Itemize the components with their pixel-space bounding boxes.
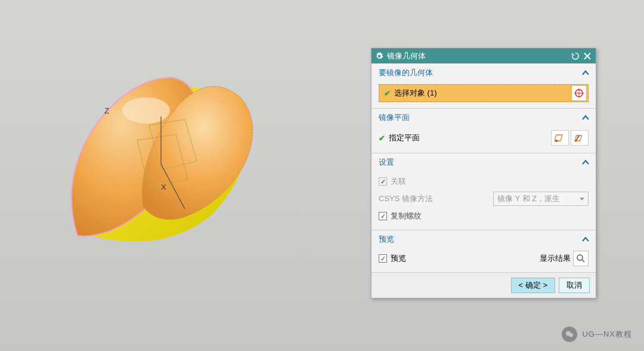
- axis-x-label: X: [161, 183, 166, 192]
- specify-plane-row: ✔ 指定平面: [379, 129, 589, 147]
- select-object-label: 选择对象 (1): [394, 88, 437, 98]
- preview-checkbox[interactable]: [379, 254, 387, 263]
- caret-down-icon: [580, 198, 584, 201]
- svg-point-11: [555, 140, 558, 142]
- svg-line-15: [582, 260, 584, 262]
- group-plane: 镜像平面 ✔ 指定平面: [371, 108, 596, 153]
- group-settings: 设置 关联 CSYS 镜像方法 镜像 Y 和 Z，派生 复制螺纹: [371, 153, 596, 230]
- dialog-title: 镜像几何体: [387, 51, 426, 61]
- axis-z-label: Z: [104, 106, 109, 115]
- group-title-preview: 预览: [379, 234, 394, 245]
- csys-method-combo: 镜像 Y 和 Z，派生: [493, 192, 589, 206]
- mirror-geometry-dialog: 镜像几何体 要镜像的几何体 ✔ 选择对象 (1) 镜像平面: [371, 48, 596, 298]
- associative-label: 关联: [391, 176, 406, 187]
- select-target-button[interactable]: [571, 85, 587, 101]
- dialog-footer: < 确定 > 取消: [371, 272, 596, 298]
- model-geometry[interactable]: Z X: [48, 54, 256, 257]
- csys-method-row: CSYS 镜像方法 镜像 Y 和 Z，派生: [379, 189, 589, 208]
- reset-button[interactable]: [569, 50, 581, 62]
- wechat-icon: [562, 327, 577, 342]
- specify-plane-label: 指定平面: [389, 133, 420, 143]
- associative-checkbox: [379, 177, 387, 186]
- group-geometry: 要镜像的几何体 ✔ 选择对象 (1): [371, 63, 596, 108]
- cancel-label: 取消: [566, 280, 582, 291]
- csys-method-label: CSYS 镜像方法: [379, 193, 493, 204]
- group-preview: 预览 预览 显示结果: [371, 230, 596, 272]
- svg-point-0: [122, 97, 170, 124]
- copy-threads-row[interactable]: 复制螺纹: [379, 208, 589, 224]
- copy-threads-label: 复制螺纹: [391, 211, 422, 221]
- preview-label: 预览: [391, 253, 406, 264]
- ok-label: < 确定 >: [519, 280, 547, 291]
- show-result-label: 显示结果: [540, 253, 571, 264]
- associative-row: 关联: [379, 174, 589, 189]
- dialog-titlebar[interactable]: 镜像几何体: [371, 48, 596, 63]
- plane-vector-button[interactable]: [571, 130, 589, 146]
- ok-button[interactable]: < 确定 >: [511, 278, 555, 293]
- group-header-plane[interactable]: 镜像平面: [371, 109, 596, 127]
- group-header-preview[interactable]: 预览: [371, 230, 596, 248]
- preview-row: 预览 显示结果: [379, 251, 589, 266]
- chevron-up-icon: [581, 113, 590, 122]
- group-title-geometry: 要镜像的几何体: [379, 67, 433, 78]
- chevron-up-icon: [581, 235, 590, 244]
- check-icon: ✔: [379, 134, 385, 143]
- chevron-up-icon: [581, 158, 590, 167]
- svg-point-14: [577, 255, 583, 260]
- group-header-geometry[interactable]: 要镜像的几何体: [371, 64, 596, 82]
- watermark-text: UG—NX教程: [582, 329, 632, 340]
- watermark: UG—NX教程: [562, 327, 632, 342]
- copy-threads-checkbox[interactable]: [379, 212, 387, 220]
- svg-point-4: [569, 333, 574, 337]
- plane-dialog-button[interactable]: [551, 130, 569, 146]
- gear-icon: [375, 52, 383, 60]
- csys-method-value: 镜像 Y 和 Z，派生: [497, 193, 560, 204]
- group-title-plane: 镜像平面: [379, 112, 410, 123]
- close-button[interactable]: [581, 50, 593, 62]
- show-result-button[interactable]: [573, 251, 589, 266]
- cancel-button[interactable]: 取消: [559, 278, 590, 293]
- group-header-settings[interactable]: 设置: [371, 153, 596, 171]
- chevron-up-icon: [581, 69, 590, 77]
- group-title-settings: 设置: [379, 157, 394, 168]
- check-icon: ✔: [384, 89, 391, 98]
- select-object-row[interactable]: ✔ 选择对象 (1): [379, 84, 589, 102]
